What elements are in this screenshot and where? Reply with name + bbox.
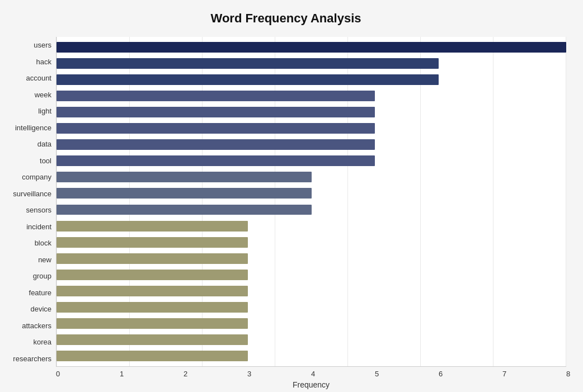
x-axis-labels: 012345678 (56, 370, 566, 378)
y-label-attackers: attackers (6, 322, 51, 329)
bar-row (57, 283, 566, 299)
bar-account (57, 74, 439, 85)
bar-row (57, 299, 566, 315)
bar-tool (57, 155, 375, 166)
bars-container (57, 37, 566, 366)
y-label-feature: feature (6, 289, 51, 296)
y-label-device: device (6, 305, 51, 313)
bar-row (57, 88, 566, 104)
bar-users (57, 42, 566, 53)
bar-data (57, 139, 375, 150)
bar-week (57, 91, 375, 101)
bar-sensors (57, 205, 312, 215)
bar-row (57, 153, 566, 169)
bar-row (57, 120, 566, 136)
y-label-light: light (6, 107, 51, 115)
bar-attackers (57, 318, 248, 329)
chart-area: usershackaccountweeklightintelligencedat… (6, 37, 566, 367)
bar-korea (57, 334, 248, 345)
chart-container: Word Frequency Analysis usershackaccount… (0, 0, 583, 392)
bar-row (57, 39, 566, 55)
y-label-korea: korea (6, 338, 51, 346)
y-label-sensors: sensors (6, 206, 51, 214)
bar-row (57, 136, 566, 153)
y-axis: usershackaccountweeklightintelligencedat… (6, 37, 56, 367)
bar-row (57, 72, 566, 88)
y-label-intelligence: intelligence (6, 124, 51, 131)
x-axis-title: Frequency (56, 380, 566, 389)
bar-row (57, 169, 566, 185)
bar-hack (57, 58, 439, 69)
y-label-surveillance: surveillance (6, 190, 51, 197)
y-label-account: account (6, 74, 51, 82)
y-label-new: new (6, 256, 51, 263)
bar-row (57, 315, 566, 332)
chart-title: Word Frequency Analysis (6, 11, 566, 26)
y-label-researchers: researchers (6, 355, 51, 362)
y-label-week: week (6, 91, 51, 98)
y-label-block: block (6, 239, 51, 247)
bar-feature (57, 286, 248, 296)
bar-row (57, 234, 566, 251)
y-label-incident: incident (6, 223, 51, 230)
bar-row (57, 185, 566, 201)
bar-row (57, 55, 566, 72)
bar-group (57, 270, 248, 280)
y-label-group: group (6, 272, 51, 280)
bar-row (57, 201, 566, 218)
y-label-users: users (6, 41, 51, 49)
bar-row (57, 251, 566, 267)
bar-block (57, 237, 248, 248)
y-label-company: company (6, 173, 51, 181)
bar-row (57, 267, 566, 283)
y-label-data: data (6, 140, 51, 148)
y-label-hack: hack (6, 58, 51, 65)
bar-light (57, 107, 375, 117)
bar-device (57, 302, 248, 313)
bar-researchers (57, 351, 248, 361)
bar-surveillance (57, 188, 312, 199)
plot-area (56, 37, 566, 367)
bar-intelligence (57, 123, 375, 134)
bar-row (57, 348, 566, 364)
bar-row (57, 104, 566, 120)
bar-incident (57, 221, 248, 232)
bar-new (57, 253, 248, 264)
y-label-tool: tool (6, 157, 51, 164)
bar-company (57, 172, 312, 182)
bar-row (57, 218, 566, 234)
bar-row (57, 332, 566, 348)
